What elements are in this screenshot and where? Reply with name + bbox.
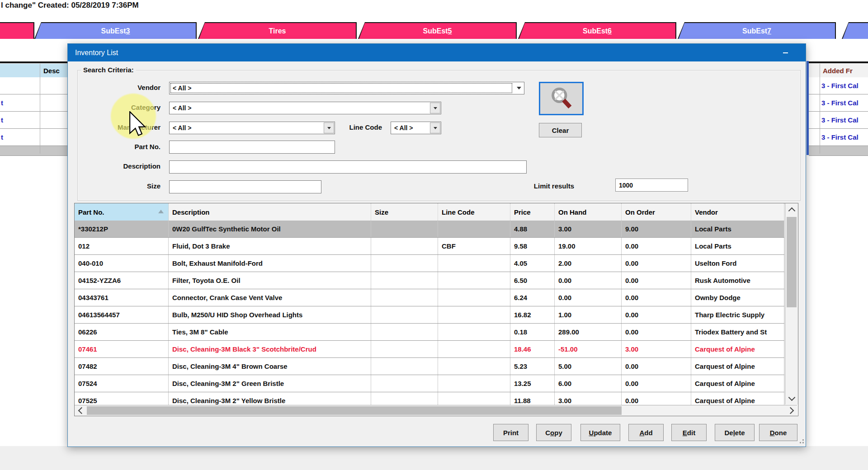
column-header-description[interactable]: Description [169, 203, 371, 221]
vertical-scrollbar[interactable] [785, 203, 798, 404]
table-row[interactable]: 07524Disc, Cleaning-3M 2" Green Bristle1… [75, 375, 784, 392]
table-cell: Filter, Toyota O.E. Oil [169, 272, 371, 289]
chevron-down-icon[interactable] [324, 122, 334, 133]
add-button[interactable]: Add [628, 424, 664, 441]
table-cell: Fluid, Dot 3 Brake [169, 238, 371, 254]
dialog-titlebar[interactable]: Inventory List [68, 44, 806, 61]
background-grid-row: 3 - First Cal [809, 94, 868, 112]
left-grid-column-divider [40, 64, 40, 154]
update-button-label: Update [589, 429, 612, 437]
tab-partial[interactable] [842, 22, 868, 39]
table-row[interactable]: *330212P0W20 GulfTec Synthetic Motor Oil… [75, 221, 784, 238]
search-button[interactable] [539, 82, 584, 115]
update-button[interactable]: Update [580, 424, 620, 441]
chevron-down-icon[interactable] [430, 122, 440, 133]
category-combo[interactable]: < All > [169, 102, 441, 114]
horizontal-scrollbar[interactable] [75, 405, 797, 416]
tab-label: SubEst 5 [359, 23, 516, 39]
desc-header-label: Desc [43, 67, 60, 75]
column-header-vendor[interactable]: Vendor [691, 203, 784, 221]
table-row[interactable]: 07461Disc, Cleaning-3M Black 3" Scotchbr… [75, 341, 784, 358]
table-row[interactable]: 07482Disc, Cleaning-3M 4" Brown Coarse5.… [75, 358, 784, 375]
print-button[interactable]: Print [493, 424, 528, 441]
table-row[interactable]: 04343761Connector, Crank Case Vent Valve… [75, 289, 784, 306]
table-row[interactable]: 04613564457Bulb, M250/U HID Shop Overhea… [75, 306, 784, 324]
limit-results-input[interactable]: 1000 [615, 179, 688, 192]
tab-subest-6[interactable]: SubEst 6 [518, 22, 676, 39]
tab-subest-3[interactable]: SubEst 3 [34, 22, 197, 39]
background-grid-cell-text: 3 - First Cal [821, 99, 859, 107]
chevron-down-icon[interactable] [430, 103, 440, 113]
maximize-button[interactable] [808, 44, 829, 61]
minimize-button[interactable] [775, 44, 796, 61]
table-cell: 0.00 [622, 272, 691, 289]
background-grid-cell-text: t [1, 133, 3, 141]
tab-label [843, 23, 868, 39]
scroll-down-button[interactable] [785, 392, 798, 404]
tab-subest-5[interactable]: SubEst 5 [358, 22, 517, 39]
table-cell [438, 358, 510, 375]
tab-subest-7[interactable]: SubEst 7 [678, 22, 836, 39]
copy-button[interactable]: Copy [536, 424, 571, 441]
done-button[interactable]: Done [759, 424, 797, 441]
column-header-on-hand[interactable]: On Hand [555, 203, 622, 221]
background-grid-row: 3 - First Cal [809, 112, 868, 129]
table-row[interactable]: 040-010Bolt, Exhaust Manifold-Ford4.052.… [75, 255, 784, 272]
vendor-label: Vendor [68, 84, 160, 91]
part-no-input[interactable] [169, 141, 335, 154]
size-label: Size [68, 182, 160, 190]
column-header-on-order[interactable]: On Order [622, 203, 691, 221]
background-column-header-added-from: Added Fr [809, 64, 868, 78]
chevron-down-icon[interactable] [517, 87, 521, 89]
tab-tires[interactable]: Tires [198, 22, 357, 39]
table-cell [438, 375, 510, 392]
magnifier-icon [550, 87, 573, 110]
part-no-label: Part No. [68, 143, 160, 150]
tab-partial[interactable] [0, 22, 34, 39]
table-cell: 16.82 [510, 306, 555, 323]
added-from-header-label: Added Fr [823, 67, 853, 75]
delete-button[interactable]: Delete [715, 424, 755, 441]
clear-button[interactable]: Clear [539, 123, 582, 137]
table-cell [371, 341, 438, 357]
column-header-part-no-[interactable]: Part No. [75, 203, 169, 221]
table-cell [438, 289, 510, 306]
background-grid-cell-text: 3 - First Cal [821, 133, 859, 141]
table-cell: CBF [438, 238, 510, 254]
table-cell: Disc, Cleaning-3M 4" Brown Coarse [169, 358, 371, 375]
background-grid-cell-text: 3 - First Cal [821, 82, 859, 89]
size-input[interactable] [169, 180, 321, 193]
table-cell: 0.00 [622, 375, 691, 392]
manufacturer-label: Manufacturer [68, 123, 160, 131]
table-cell: 2.00 [555, 255, 622, 272]
edit-button[interactable]: Edit [671, 424, 707, 441]
table-row[interactable]: 06226Ties, 3M 8" Cable0.18289.000.00Trio… [75, 324, 784, 341]
column-header-price[interactable]: Price [510, 203, 555, 221]
table-row[interactable]: 04152-YZZA6Filter, Toyota O.E. Oil6.500.… [75, 272, 784, 289]
column-header-size[interactable]: Size [371, 203, 438, 221]
table-cell [438, 341, 510, 357]
background-grid-row: t [0, 129, 67, 146]
manufacturer-combo[interactable]: < All > [169, 122, 335, 134]
line-code-combo[interactable]: < All > [391, 122, 441, 134]
scroll-right-button[interactable] [785, 405, 797, 416]
table-cell: 040-010 [75, 255, 169, 272]
column-header-line-code[interactable]: Line Code [438, 203, 510, 221]
scroll-left-button[interactable] [75, 405, 86, 416]
column-header-label: Part No. [78, 208, 104, 216]
scroll-up-button[interactable] [785, 203, 798, 216]
table-row[interactable]: 012Fluid, Dot 3 BrakeCBF9.5819.000.00Loc… [75, 238, 784, 255]
vendor-combo[interactable]: < All > [169, 82, 524, 94]
resize-grip[interactable] [797, 436, 804, 443]
tab-label [0, 23, 33, 39]
vertical-scroll-thumb[interactable] [787, 217, 797, 307]
table-cell: Bolt, Exhaust Manifold-Ford [169, 255, 371, 272]
screen: l change" Created: 05/28/2019 7:36PM Sub… [0, 0, 868, 470]
horizontal-scroll-thumb[interactable] [87, 406, 622, 415]
chevron-left-icon [78, 407, 85, 414]
table-cell: 6.24 [510, 289, 555, 306]
table-cell: 0.00 [622, 238, 691, 254]
close-button[interactable] [842, 44, 863, 61]
table-cell: 6.50 [510, 272, 555, 289]
description-input[interactable] [169, 160, 527, 174]
